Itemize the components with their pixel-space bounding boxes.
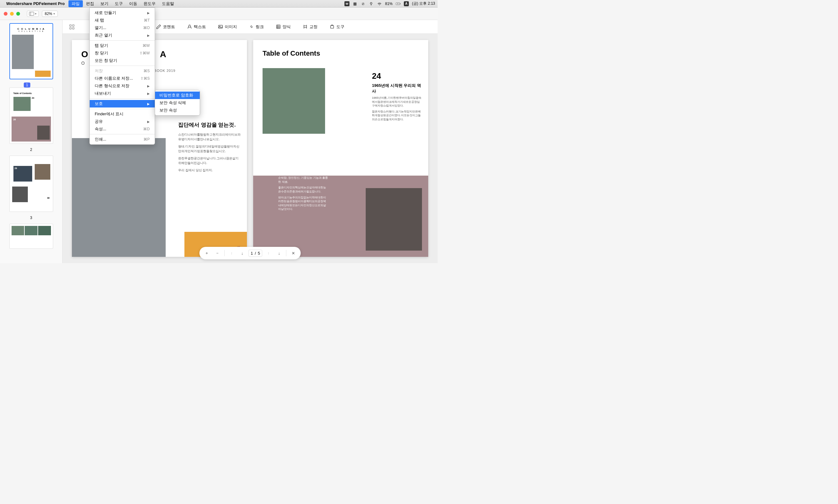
svg-rect-4 — [70, 24, 71, 26]
zoom-select[interactable]: 82% ▾ — [42, 11, 58, 17]
menu-item-열기...[interactable]: 열기...⌘O — [90, 24, 155, 32]
grid-icon[interactable]: ▦ — [353, 1, 358, 6]
menu-item-Finder에서 표시[interactable]: Finder에서 표시 — [90, 110, 155, 118]
toc-para: 젊은자랑스러웠다.크기는작았지만완벽하게형성된공간이였다.이모든것이그들의손으로… — [372, 110, 422, 122]
menu-item-보호[interactable]: 보호▶ — [90, 100, 155, 107]
menu-item-최근 열기[interactable]: 최근 열기▶ — [90, 32, 155, 39]
thumbnail-page-2[interactable]: Table of Contents 24 26 — [10, 88, 53, 144]
maximize-window-button[interactable] — [16, 12, 20, 16]
last-page-button[interactable]: ↓ — [238, 249, 247, 257]
menu-item-다른 형식으로 저장[interactable]: 다른 형식으로 저장▶ — [90, 82, 155, 90]
battery-percent: 81% — [385, 2, 393, 6]
thumb-num-26: 26 — [12, 116, 51, 123]
chevron-down-icon: ▾ — [53, 12, 55, 15]
menu-edit[interactable]: 편집 — [83, 0, 97, 7]
home-grid-button[interactable] — [68, 22, 76, 31]
tool-comment[interactable]: 코멘트 — [154, 23, 177, 31]
submenu-item-보안 속성[interactable]: 보안 속성 — [155, 107, 200, 114]
menu-item-다른 이름으로 저장...[interactable]: 다른 이름으로 저장...⇧⌘S — [90, 75, 155, 82]
toc-image-chair — [366, 188, 422, 251]
thumbnail-sidebar[interactable]: C O L U M B I A C O L L E C T I V E 1 Ta… — [0, 20, 63, 263]
page-2[interactable]: Table of Contents 24 1965년에 시작된 우리의 역사 1… — [253, 40, 428, 257]
thumb-title: C O L U M B I A — [12, 28, 51, 30]
thumb-subtitle: C O L L E C T I V E — [12, 30, 51, 32]
page1-body: 집단에서 영감을 얻는것. 스칸디나비아를탐험하고현지크리에이티브와유명디자이너… — [178, 121, 241, 175]
menu-window[interactable]: 윈도우 — [140, 0, 159, 7]
tool-form[interactable]: 양식 — [274, 23, 292, 31]
macos-menubar: Wondershare PDFelement Pro 파일 편집 보기 도구 이… — [0, 0, 438, 7]
thumbnail-number-3: 3 — [4, 214, 58, 224]
thumbnail-page-1[interactable]: C O L U M B I A C O L L E C T I V E — [10, 23, 53, 79]
tool-proof[interactable]: 교정 — [301, 23, 319, 31]
svg-rect-14 — [331, 25, 334, 29]
toc-para: 순박함, 장인정신, 기풍있는 기능과 훌륭한 재료. — [278, 176, 328, 184]
toc-para: 좋은디자인의핵심에는건설자에대한높은수준의존중과배려가필요합니다. — [278, 185, 328, 193]
page1-heading: 집단에서 영감을 얻는것. — [178, 121, 241, 128]
menu-item-인쇄...[interactable]: 인쇄...⌘P — [90, 136, 155, 143]
clock[interactable]: (금) 오후 2:13 — [412, 1, 435, 6]
thumbnail-number-1: 1 — [24, 83, 30, 88]
page1-para: 형태.디자인.열정의디테일에영감을받아자신만의개인적가정표현을찾으십시오. — [178, 144, 241, 154]
tool-image[interactable]: 이미지 — [216, 23, 239, 31]
close-nav-button[interactable]: ✕ — [289, 249, 298, 257]
menu-item-탭 닫기[interactable]: 탭 닫기⌘W — [90, 42, 155, 49]
menu-item-내보내기[interactable]: 내보내기▶ — [90, 90, 155, 97]
menu-help[interactable]: 도움말 — [159, 0, 177, 7]
toc-number: 26 — [278, 158, 328, 166]
bluetooth-icon[interactable]: ⚲ — [369, 1, 374, 6]
thumbnail-page-3[interactable]: 28 30 — [10, 156, 53, 212]
menu-item-새로 만들기[interactable]: 새로 만들기▶ — [90, 9, 155, 17]
zoom-in-button[interactable]: ＋ — [202, 249, 211, 257]
sidebar-toggle-button[interactable]: ▾ — [27, 11, 39, 17]
menu-item-공유[interactable]: 공유▶ — [90, 118, 155, 125]
toc-heading: 1965년에 시작된 우리의 역사 — [372, 83, 422, 94]
prev-page-button[interactable]: ↑ — [264, 249, 273, 257]
thumb-image-placeholder — [12, 35, 34, 69]
svg-rect-10 — [276, 25, 280, 29]
menu-go[interactable]: 이동 — [126, 0, 140, 7]
close-window-button[interactable] — [4, 12, 7, 16]
menu-item-창 닫기[interactable]: 창 닫기⇧⌘W — [90, 49, 155, 57]
menu-item-속성...[interactable]: 속성...⌘D — [90, 125, 155, 133]
svg-rect-7 — [72, 27, 74, 29]
thumb-title: Table of Contents — [14, 92, 49, 94]
menu-item-저장[interactable]: 저장⌘S — [90, 67, 155, 75]
next-page-button[interactable]: ↓ — [275, 249, 284, 257]
thumb-num-24: 24 — [32, 97, 34, 111]
svg-rect-5 — [72, 24, 74, 26]
toc-number: 24 — [372, 71, 422, 81]
toc-title: Table of Contents — [253, 40, 428, 62]
menu-view[interactable]: 보기 — [97, 0, 112, 7]
menu-item-모든 창 닫기[interactable]: 모든 창 닫기 — [90, 57, 155, 65]
svg-rect-6 — [70, 27, 71, 29]
hero-image-chair — [72, 138, 166, 257]
wifi-icon[interactable] — [377, 1, 382, 6]
tool-tools[interactable]: 도구 — [327, 23, 346, 31]
main-area: C O L U M B I A C O L L E C T I V E 1 Ta… — [0, 20, 438, 263]
first-page-button[interactable]: ↑ — [227, 249, 236, 257]
svg-rect-2 — [29, 12, 34, 15]
page-number-input[interactable]: 1 / 5 — [249, 250, 262, 257]
protect-submenu: 비밀번호로 암호화보안 속성 삭제보안 속성 — [155, 90, 200, 115]
toc-entry-26: 26 편안-디자인의 가치 중심 순박함, 장인정신, 기풍있는 기능과 훌륭한… — [278, 158, 328, 213]
tool-link[interactable]: 링크 — [247, 23, 266, 31]
airplay-icon[interactable]: ⎚ — [361, 1, 366, 6]
tool-text[interactable]: 텍스트 — [185, 23, 208, 31]
toc-image-sofa — [263, 68, 325, 134]
toc-para: 덴마크기능주의의집없는미학에대한이러한믿음은컬럼비아콜렉티브의공장벽내에잉태된모… — [278, 196, 328, 211]
submenu-item-비밀번호로 암호화[interactable]: 비밀번호로 암호화 — [155, 92, 200, 99]
thumbnail-page-4[interactable] — [10, 224, 53, 249]
submenu-item-보안 속성 삭제[interactable]: 보안 속성 삭제 — [155, 99, 200, 107]
svg-rect-1 — [400, 3, 400, 4]
app-name[interactable]: Wondershare PDFelement Pro — [6, 1, 65, 6]
zoom-out-button[interactable]: － — [213, 249, 222, 257]
menu-file[interactable]: 파일 — [69, 0, 83, 7]
input-source-icon[interactable]: A — [404, 1, 409, 6]
page1-para: 완전무결한공간은아닙니다.그러나끊은살기위해만들어진겁니다. — [178, 156, 241, 165]
zoom-value: 82% — [45, 12, 52, 16]
current-page: 1 — [251, 251, 253, 256]
menu-item-새 탭[interactable]: 새 탭⌘T — [90, 17, 155, 24]
wondershare-tray-icon[interactable]: W — [344, 1, 350, 6]
minimize-window-button[interactable] — [10, 12, 14, 16]
menu-tools[interactable]: 도구 — [112, 0, 126, 7]
